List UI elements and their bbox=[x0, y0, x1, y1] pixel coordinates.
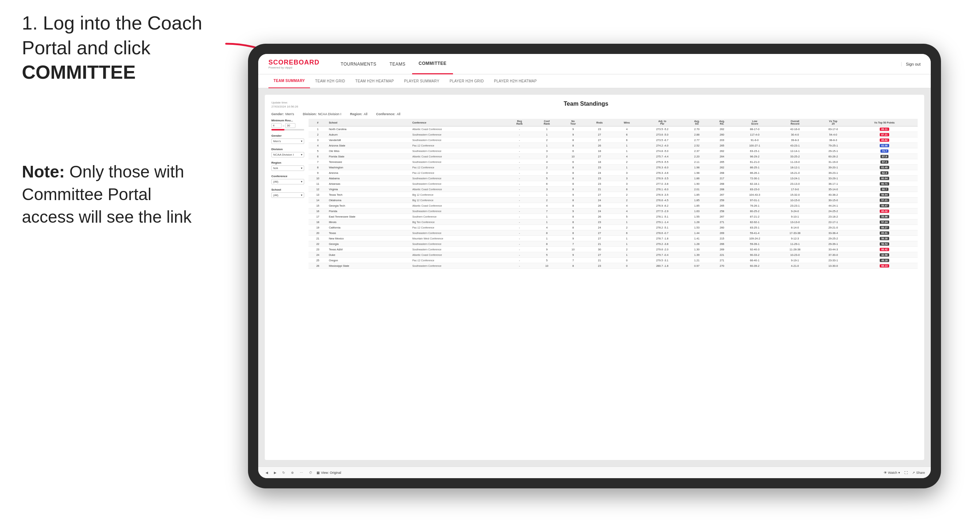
subnav-team-summary[interactable]: TEAM SUMMARY bbox=[269, 75, 310, 88]
cell-avg-rd: 258 bbox=[710, 208, 735, 214]
cell-low-score: 82-18-1 bbox=[735, 181, 775, 187]
nav-tournaments[interactable]: TOURNAMENTS bbox=[334, 54, 383, 75]
table-row: 6Florida StateAtlantic Coast Conference-… bbox=[309, 154, 918, 159]
view-original-btn[interactable]: ▦ View: Original bbox=[317, 471, 341, 475]
cell-reg-rank: - bbox=[506, 143, 533, 148]
watch-btn[interactable]: 👁 Watch ▾ bbox=[884, 471, 900, 475]
cell-conference: Big 12 Conference bbox=[410, 198, 506, 203]
share-icon: ↗ bbox=[912, 471, 915, 475]
cell-rank: 17 bbox=[309, 214, 327, 219]
cell-reg-rank: - bbox=[506, 225, 533, 230]
subnav-player-h2h-grid[interactable]: PLAYER H2H GRID bbox=[445, 75, 489, 88]
cell-conference: Big Ten Conference bbox=[410, 219, 506, 225]
nav-right: Sign out bbox=[901, 62, 921, 66]
cell-wins: 2 bbox=[614, 192, 640, 198]
cell-adj-score: 274.8 -5.0 bbox=[640, 148, 684, 154]
gender-select[interactable]: Men's ▾ bbox=[271, 138, 304, 144]
cell-school: Texas Tech bbox=[327, 192, 410, 198]
col-low-score: LowScore bbox=[735, 119, 775, 127]
cell-no-tour: 9 bbox=[561, 192, 586, 198]
cell-overall-record: 9-10-1 bbox=[775, 214, 815, 219]
cell-conf-rank: 6 bbox=[533, 181, 561, 187]
cell-wins: 1 bbox=[614, 241, 640, 247]
cell-reg-rank: - bbox=[506, 159, 533, 165]
cell-conference: Southeastern Conference bbox=[410, 176, 506, 181]
cell-overall-record: 15-32-0 bbox=[775, 192, 815, 198]
region-select[interactable]: N/A ▾ bbox=[271, 165, 304, 171]
share-btn[interactable]: ↗ Share bbox=[912, 471, 925, 475]
table-row: 10AlabamaSoutheastern Conference-5823327… bbox=[309, 176, 918, 181]
cell-no-tour: 10 bbox=[561, 247, 586, 252]
cell-adj-score: 276.6 -4.5 bbox=[640, 198, 684, 203]
cell-overall-record: 33-25-2 bbox=[775, 154, 815, 159]
subnav-player-h2h-heatmap[interactable]: PLAYER H2H HEATMAP bbox=[489, 75, 542, 88]
cell-low-score: 86-26-1 bbox=[735, 170, 775, 176]
cell-school: Arizona State bbox=[327, 143, 410, 148]
cell-adj-score: 279.5 -3.1 bbox=[640, 258, 684, 263]
cell-rank: 3 bbox=[309, 137, 327, 143]
cell-school: Vanderbilt bbox=[327, 137, 410, 143]
expand-btn[interactable]: ⛶ bbox=[905, 471, 908, 475]
subnav-team-h2h-grid[interactable]: TEAM H2H GRID bbox=[310, 75, 350, 88]
toolbar-forward[interactable]: ▶ bbox=[272, 470, 278, 475]
cell-rnds: 23 bbox=[586, 219, 614, 225]
cell-rnds: 30 bbox=[586, 247, 614, 252]
instruction-bold: COMMITTEE bbox=[22, 62, 136, 83]
cell-avg-rd: 267 bbox=[710, 192, 735, 198]
conference-value: All bbox=[397, 112, 401, 116]
conference-select[interactable]: (All) ▾ bbox=[271, 179, 304, 184]
toolbar-back[interactable]: ◀ bbox=[264, 470, 269, 475]
division-select[interactable]: NCAA Division I ▾ bbox=[271, 152, 304, 157]
cell-avg-rd: 269 bbox=[710, 247, 735, 252]
subnav-player-summary[interactable]: PLAYER SUMMARY bbox=[399, 75, 445, 88]
school-select-value: (All) bbox=[273, 194, 278, 197]
cell-conference: Atlantic Coast Conference bbox=[410, 154, 506, 159]
sign-out-link[interactable]: Sign out bbox=[901, 62, 921, 66]
cell-vs-top-50: 55.47 bbox=[851, 203, 918, 208]
cell-no-tour: 8 bbox=[561, 165, 586, 170]
conference-filter-label: Conference bbox=[271, 175, 304, 178]
cell-rank: 20 bbox=[309, 230, 327, 236]
school-select[interactable]: (All) ▾ bbox=[271, 192, 304, 198]
cell-overall-record: 12-14-1 bbox=[775, 148, 815, 154]
cell-adj-score: 276.3 -4.6 bbox=[640, 170, 684, 176]
nav-teams[interactable]: TEAMS bbox=[383, 54, 412, 75]
cell-vs-top-50: 88.42 bbox=[851, 247, 918, 252]
min-rounds-min[interactable]: 4 bbox=[271, 123, 282, 128]
cell-avg-rd: 265 bbox=[710, 203, 735, 208]
cell-no-tour: 10 bbox=[561, 154, 586, 159]
col-overall-record: OverallRecord bbox=[775, 119, 815, 127]
filter-gender: Gender: Men's bbox=[271, 112, 294, 116]
min-rounds-max[interactable]: 30 bbox=[285, 123, 296, 128]
cell-no-tour: 9 bbox=[561, 252, 586, 258]
cell-vs-top-50: 57.24 bbox=[851, 219, 918, 225]
cell-wins: 3 bbox=[614, 176, 640, 181]
toolbar-clock[interactable]: ⏱ bbox=[307, 470, 313, 475]
subnav-team-h2h-heatmap[interactable]: TEAM H2H HEATMAP bbox=[350, 75, 399, 88]
toolbar-bookmark[interactable]: ⊕ bbox=[290, 470, 296, 475]
instruction-step-text: 1. Log into the Coach Portal and click bbox=[22, 13, 202, 58]
cell-rank: 13 bbox=[309, 192, 327, 198]
table-row: 25OregonPac-12 Conference-57210279.5 -3.… bbox=[309, 258, 918, 263]
cell-rank: 23 bbox=[309, 247, 327, 252]
slider-bar[interactable] bbox=[271, 129, 304, 130]
bottom-toolbar: ◀ ▶ ↻ ⊕ ⋯ ⏱ ▦ View: Original 👁 Watch ▾ ⛶ bbox=[258, 467, 931, 478]
cell-adj-score: 278.1 -5.1 bbox=[640, 214, 684, 219]
cell-conf-rank: 3 bbox=[533, 170, 561, 176]
cell-avg-rd: 271 bbox=[710, 258, 735, 263]
toolbar-refresh[interactable]: ↻ bbox=[281, 470, 287, 475]
cell-vs-top-25: 54-4-0 bbox=[815, 132, 851, 137]
cell-conf-rank: 5 bbox=[533, 176, 561, 181]
table-row: 11ArkansasSoutheastern Conference-682332… bbox=[309, 181, 918, 187]
filter-division-select: Division NCAA Division I ▾ bbox=[271, 148, 304, 157]
nav-committee[interactable]: COMMITTEE bbox=[412, 54, 453, 75]
cell-avg-rd: 260 bbox=[710, 132, 735, 137]
toolbar-more[interactable]: ⋯ bbox=[298, 470, 305, 475]
cell-conf-rank: 9 bbox=[533, 247, 561, 252]
cell-rnds: 21 bbox=[586, 241, 614, 247]
cell-rank: 8 bbox=[309, 165, 327, 170]
main-content: Update time: 27/03/2024 16:56:26 Team St… bbox=[258, 88, 931, 467]
cell-reg-rank: - bbox=[506, 165, 533, 170]
cell-conf-rank: 1 bbox=[533, 143, 561, 148]
filter-conference-select: Conference (All) ▾ bbox=[271, 175, 304, 184]
